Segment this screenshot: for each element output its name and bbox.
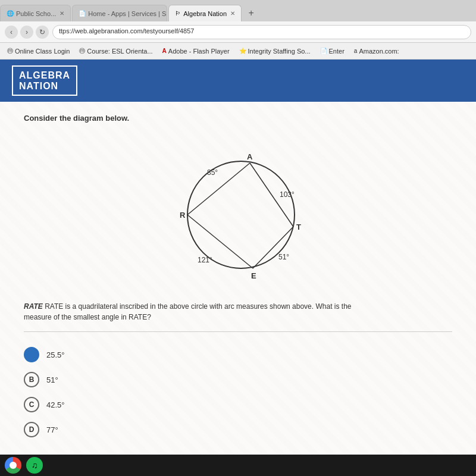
consider-text: Consider the diagram below. xyxy=(24,114,452,123)
logo-line1: ALGEBRA xyxy=(19,70,70,81)
bookmarks-bar: ⓜ Online Class Login ⓜ Course: ESL Orien… xyxy=(0,43,476,60)
problem-text: RATE RATE is a quadrilateral inscribed i… xyxy=(24,301,357,322)
arc-103: 103° xyxy=(280,190,295,199)
problem-italic: RATE xyxy=(24,302,43,311)
logo-line2: NATION xyxy=(19,81,70,92)
tab-close-public[interactable]: ✕ xyxy=(60,10,64,17)
point-t: T xyxy=(296,223,301,231)
arc-85: 85° xyxy=(207,168,218,177)
bookmark-integrity[interactable]: ⭐ Integrity Staffing So... xyxy=(237,46,313,56)
choice-circle-d[interactable]: D xyxy=(24,422,39,437)
bookmark-icon-integrity: ⭐ xyxy=(239,48,246,54)
point-r: R xyxy=(180,211,186,220)
bookmark-label-course: Course: ESL Orienta... xyxy=(87,48,152,55)
bookmark-adobe[interactable]: A Adobe - Flash Player xyxy=(160,46,232,56)
answer-choice-a[interactable]: 25.5° xyxy=(24,347,452,362)
bookmark-label-integrity: Integrity Staffing So... xyxy=(248,48,311,55)
chrome-taskbar-icon[interactable] xyxy=(5,457,21,474)
bookmark-icon-enter: 📄 xyxy=(320,48,327,54)
svg-point-0 xyxy=(187,161,295,268)
page-content: ALGEBRA NATION Consider the diagram belo… xyxy=(0,60,476,455)
answer-choice-c[interactable]: C 42.5° xyxy=(24,397,452,412)
spotify-taskbar-icon[interactable]: ♫ xyxy=(26,457,43,474)
answer-choice-d[interactable]: D 77° xyxy=(24,422,452,437)
bookmark-course[interactable]: ⓜ Course: ESL Orienta... xyxy=(77,46,155,57)
back-button[interactable]: ‹ xyxy=(5,26,18,39)
bookmark-online-class[interactable]: ⓜ Online Class Login xyxy=(5,46,72,57)
choice-id-c: C xyxy=(29,400,35,409)
choice-circle-a[interactable] xyxy=(24,347,39,362)
question-area: Consider the diagram below. xyxy=(0,102,476,455)
arc-121: 121° xyxy=(198,256,212,264)
bookmark-icon-course: ⓜ xyxy=(79,47,85,55)
circle-diagram: A R T E 85° 103° 51° 121° xyxy=(155,134,321,289)
bookmark-icon-online: ⓜ xyxy=(7,47,13,55)
taskbar: ♫ xyxy=(0,455,476,476)
tab-algebra-nation[interactable]: 🏳 Algebra Nation ✕ xyxy=(168,5,242,21)
tab-close-algebra[interactable]: ✕ xyxy=(230,10,235,17)
tab-home-apps[interactable]: 📄 Home - Apps | Services | Sites ✕ xyxy=(72,5,167,21)
bookmark-enter[interactable]: 📄 Enter xyxy=(318,46,347,56)
choice-circle-b[interactable]: B xyxy=(24,372,39,387)
tab-icon-home: 📄 xyxy=(79,10,86,17)
choice-label-d: 77° xyxy=(46,425,58,434)
tab-public-school[interactable]: 🌐 Public Scho... ✕ xyxy=(0,5,71,21)
tab-icon-algebra: 🏳 xyxy=(175,10,181,17)
algebra-logo: ALGEBRA NATION xyxy=(12,65,77,96)
point-a: A xyxy=(247,152,253,161)
chrome-inner-dot xyxy=(10,462,17,469)
bookmark-icon-amazon: a xyxy=(354,48,358,54)
choice-label-a: 25.5° xyxy=(46,350,65,359)
new-tab-button[interactable]: + xyxy=(243,5,259,21)
bookmark-amazon[interactable]: a Amazon.com: xyxy=(352,46,402,56)
bookmark-label-enter: Enter xyxy=(329,48,345,55)
choice-id-d: D xyxy=(29,425,35,434)
answer-choice-b[interactable]: B 51° xyxy=(24,372,452,387)
bookmark-label-adobe: Adobe - Flash Player xyxy=(168,48,230,55)
svg-line-3 xyxy=(253,227,293,268)
browser-chrome: 🌐 Public Scho... ✕ 📄 Home - Apps | Servi… xyxy=(0,0,476,60)
tab-label-algebra: Algebra Nation xyxy=(183,10,227,17)
diagram-container: A R T E 85° 103° 51° 121° xyxy=(24,134,452,289)
point-e: E xyxy=(251,271,256,280)
arc-51: 51° xyxy=(278,253,289,261)
problem-text-line1: RATE is a quadrilateral inscribed in the… xyxy=(45,302,351,311)
choice-circle-c[interactable]: C xyxy=(24,397,39,412)
svg-line-1 xyxy=(187,163,250,215)
address-bar: ‹ › ↻ ttps://web.algebranation.com/testy… xyxy=(0,21,476,43)
choice-id-b: B xyxy=(29,375,35,384)
nav-buttons: ‹ › ↻ xyxy=(5,26,49,39)
refresh-button[interactable]: ↻ xyxy=(36,26,49,39)
choice-label-b: 51° xyxy=(46,375,58,384)
forward-button[interactable]: › xyxy=(20,26,33,39)
bookmark-label-online: Online Class Login xyxy=(15,48,70,55)
tab-icon-public: 🌐 xyxy=(7,10,14,17)
algebra-header: ALGEBRA NATION xyxy=(0,60,476,102)
tab-bar: 🌐 Public Scho... ✕ 📄 Home - Apps | Servi… xyxy=(0,0,476,21)
divider xyxy=(24,331,452,332)
tab-label-home: Home - Apps | Services | Sites xyxy=(88,10,167,17)
answer-choices: 25.5° B 51° C 42.5° D 77° xyxy=(24,341,452,443)
url-bar[interactable]: ttps://web.algebranation.com/testyoursel… xyxy=(52,25,471,39)
choice-label-c: 42.5° xyxy=(46,400,65,409)
bookmark-icon-adobe: A xyxy=(162,48,167,54)
bookmark-label-amazon: Amazon.com: xyxy=(359,48,399,55)
problem-text-line2: measure of the smallest angle in RATE? xyxy=(24,313,151,321)
tab-label-public: Public Scho... xyxy=(16,10,56,17)
